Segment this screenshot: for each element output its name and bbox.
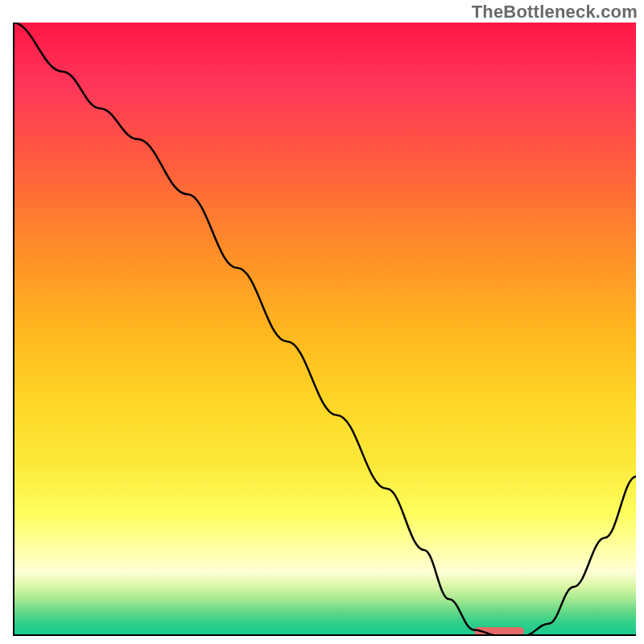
bottleneck-plot xyxy=(13,23,636,636)
watermark-label: TheBottleneck.com xyxy=(472,2,638,23)
bottleneck-curve xyxy=(13,23,636,636)
